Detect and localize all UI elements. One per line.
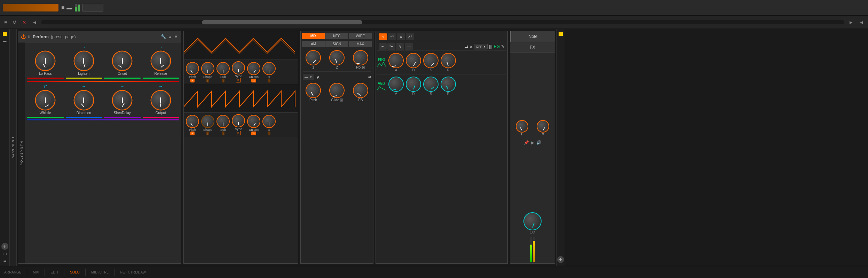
neg-btn[interactable]: NEG: [325, 33, 348, 39]
nav-left-icon[interactable]: ≡: [3, 19, 8, 26]
bottom-net[interactable]: NET CTRL/DAW: [120, 270, 146, 274]
wipe-btn[interactable]: WIPE: [349, 33, 372, 39]
osc1-sync-value: R: [236, 78, 241, 82]
whistle-knob[interactable]: [36, 91, 55, 110]
mix-btn[interactable]: MIX: [302, 33, 325, 39]
swap-icon[interactable]: ⇄: [3, 259, 6, 263]
nav-arrow-left[interactable]: ◄: [31, 19, 38, 26]
nav-back-icon[interactable]: ↺: [11, 19, 18, 26]
output-knob[interactable]: [151, 91, 170, 110]
osc2-shape-knob[interactable]: [201, 115, 214, 128]
env-arrow-icon[interactable]: ⇄: [465, 44, 468, 49]
lopass-knob[interactable]: [36, 51, 55, 70]
arrow-up-icon[interactable]: ▲: [168, 34, 172, 39]
feg-r-knob[interactable]: [441, 53, 456, 68]
scrollbar-track[interactable]: [41, 20, 844, 24]
wave-btn-5[interactable]: ⌐: [379, 43, 387, 50]
speaker-icon[interactable]: 🔊: [536, 140, 542, 145]
add-track-button[interactable]: +: [1, 243, 8, 250]
onset-knob[interactable]: [113, 51, 132, 70]
bottom-mix[interactable]: MIX: [33, 270, 39, 274]
pin-icon[interactable]: 📌: [524, 140, 529, 145]
lighten-knob[interactable]: [74, 51, 93, 70]
layer-icon[interactable]: ▬: [3, 39, 7, 42]
drag-handle-icon[interactable]: ⠿: [28, 34, 31, 39]
env-off-dropdown[interactable]: OFF ▼: [474, 44, 488, 49]
distortion-knob[interactable]: [74, 91, 93, 110]
env-wave-icon[interactable]: ∧: [469, 44, 473, 49]
bottom-arrange[interactable]: ARRANGE: [4, 270, 21, 274]
sirendelay-knob[interactable]: [113, 91, 132, 110]
feg-a-knob[interactable]: [388, 53, 404, 68]
osc1-pitch-knob[interactable]: [186, 62, 199, 75]
mixer-osc2-knob[interactable]: [329, 50, 345, 65]
osc1-shape-label: Shape: [203, 75, 212, 79]
env-pencil-icon[interactable]: ✎: [501, 44, 505, 49]
osc1-unison-knob[interactable]: [247, 62, 260, 75]
fx-button[interactable]: FX: [510, 42, 555, 53]
bottom-solo[interactable]: SOLO: [70, 270, 80, 274]
mixer-glide-knob[interactable]: [329, 83, 345, 98]
aeg-a-knob[interactable]: [388, 77, 404, 92]
wave-btn-7[interactable]: ∨: [396, 43, 404, 50]
osc2-sync-knob[interactable]: [232, 114, 245, 127]
osc2-unison-knob[interactable]: [247, 115, 260, 128]
osc1-wave-display: [184, 31, 298, 60]
osc1-link-knob[interactable]: [262, 62, 276, 75]
list-icon[interactable]: ≡: [61, 5, 64, 11]
mixer-arrows-icon[interactable]: ⇄: [368, 75, 371, 79]
feg-d-knob[interactable]: [406, 53, 421, 68]
pan-l-knob[interactable]: [516, 120, 528, 133]
osc1-pitch-group: Pitch 8': [186, 62, 199, 82]
lopass-arrow: →: [43, 45, 47, 49]
osc1-sub-knob[interactable]: [216, 62, 230, 75]
power-icon[interactable]: ⏻: [21, 34, 26, 40]
bottom-edit[interactable]: EDIT: [50, 270, 58, 274]
whistle-arrow: ⇄: [44, 84, 47, 89]
nav-arrow-right[interactable]: ►: [847, 19, 855, 26]
note-button[interactable]: Note: [510, 31, 555, 42]
out-knob[interactable]: [523, 212, 542, 230]
aeg-r-knob[interactable]: [441, 77, 456, 92]
osc1-sync-knob[interactable]: [232, 61, 245, 74]
mixer-fb-knob[interactable]: [353, 83, 368, 98]
env-bars-icon[interactable]: |||: [489, 44, 492, 49]
nav-close-icon[interactable]: ✕: [21, 19, 28, 26]
mixer-env-dropdown[interactable]: — ▼: [303, 74, 314, 80]
wave-btn-8[interactable]: —: [405, 43, 413, 50]
row-sep-2: [27, 119, 179, 120]
aeg-s-knob[interactable]: [423, 77, 439, 92]
am-btn[interactable]: AM: [302, 41, 325, 47]
osc2-link-knob[interactable]: [262, 115, 276, 128]
nav-arrow-left2[interactable]: ◄: [858, 19, 865, 26]
wave-btn-3[interactable]: ∧: [397, 33, 405, 40]
env-eg-icon[interactable]: EG: [494, 44, 500, 49]
wrench-icon[interactable]: 🔧: [161, 34, 166, 39]
max-btn[interactable]: MAX: [349, 41, 372, 47]
sign-btn[interactable]: SIGN: [325, 41, 348, 47]
right-add-button[interactable]: +: [557, 256, 564, 263]
wave-btn-4[interactable]: ∧ˢ: [406, 33, 414, 40]
mixer-noise-knob[interactable]: [353, 50, 368, 65]
osc2-sub-knob[interactable]: [216, 115, 230, 128]
feg-s-knob[interactable]: [423, 53, 439, 68]
arrow-down-icon[interactable]: ▼: [174, 34, 178, 39]
wave-btn-6[interactable]: ˢ⌐: [387, 43, 395, 50]
pan-r-knob[interactable]: [537, 120, 549, 133]
preset-name-bar[interactable]: [3, 4, 58, 11]
wave-btn-2[interactable]: ¬ˢ: [388, 33, 396, 40]
scrollbar-thumb[interactable]: [202, 20, 363, 24]
osc2-pitch-knob[interactable]: [186, 115, 199, 128]
mixer-buttons-row1: MIX NEG WIPE: [301, 31, 373, 41]
release-knob[interactable]: [151, 51, 170, 70]
bottom-midi[interactable]: MIDI/CTRL: [91, 270, 109, 274]
mixer-wave-icon[interactable]: ∧: [316, 74, 320, 80]
wave-btn-1[interactable]: ¬: [379, 33, 387, 40]
mixer-pitch-knob[interactable]: [306, 83, 321, 98]
osc1-shape-knob[interactable]: [201, 62, 214, 75]
aeg-d-knob[interactable]: [406, 77, 421, 92]
mixer-osc1-knob[interactable]: [306, 50, 321, 65]
play-icon[interactable]: ▶: [531, 140, 534, 145]
bars-icon[interactable]: ▬: [66, 5, 72, 11]
dots-icon[interactable]: ⋮⋮: [1, 253, 8, 256]
